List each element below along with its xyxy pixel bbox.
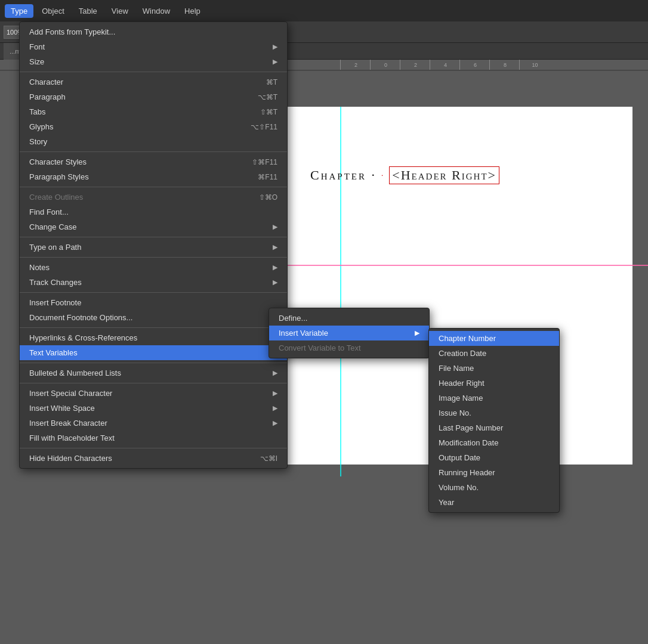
menu-header-right[interactable]: Header Right (429, 376, 559, 391)
menu-bulleted-lists[interactable]: Bulleted & Numbered Lists ▶ (20, 366, 287, 380)
divider-5 (20, 257, 287, 258)
menu-notes[interactable]: Notes ▶ (20, 260, 287, 275)
type-on-path-arrow: ▶ (273, 243, 277, 251)
menu-size[interactable]: Size ▶ (20, 54, 287, 69)
menu-insert-variable[interactable]: Insert Variable ▶ (269, 326, 429, 340)
guide-cyan (340, 107, 341, 476)
menu-find-font[interactable]: Find Font... (20, 205, 287, 219)
menu-insert-special[interactable]: Insert Special Character ▶ (20, 386, 287, 401)
menu-modification-date[interactable]: Modification Date (429, 435, 559, 450)
textvars-submenu: Define... Insert Variable ▶ Convert Vari… (269, 308, 430, 358)
ruler-mark-0: 0 (370, 60, 400, 70)
divider-6 (20, 292, 287, 293)
divider-7 (20, 327, 287, 328)
ruler-mark-6: 6 (459, 60, 489, 70)
menu-tabs[interactable]: Tabs ⇧⌘T (20, 104, 287, 119)
menu-define[interactable]: Define... (269, 311, 429, 326)
menu-text-variables[interactable]: Text Variables ▶ (20, 345, 287, 360)
paragraph-shortcut: ⌥⌘T (258, 93, 277, 101)
divider-2 (20, 151, 287, 152)
menu-hyperlinks[interactable]: Hyperlinks & Cross-References ▶ (20, 330, 287, 345)
menu-para-styles[interactable]: Paragraph Styles ⌘F11 (20, 169, 287, 184)
divider-4 (20, 237, 287, 237)
size-arrow: ▶ (273, 58, 277, 66)
dot-marker: · (381, 171, 384, 180)
track-changes-arrow: ▶ (273, 278, 277, 286)
hide-hidden-shortcut: ⌥⌘I (260, 454, 277, 463)
menu-window[interactable]: Window (137, 4, 176, 18)
menu-add-fonts[interactable]: Add Fonts from Typekit... (20, 24, 287, 39)
insert-special-arrow: ▶ (273, 389, 277, 397)
menu-insert-white-space[interactable]: Insert White Space ▶ (20, 401, 287, 416)
menu-creation-date[interactable]: Creation Date (429, 346, 559, 361)
divider-3 (20, 187, 287, 187)
notes-arrow: ▶ (273, 264, 277, 271)
header-right-variable: <Header Right> (389, 166, 499, 184)
char-styles-shortcut: ⇧⌘F11 (252, 158, 277, 166)
tabs-shortcut: ⇧⌘T (260, 108, 277, 116)
divider-1 (20, 72, 287, 72)
ruler-mark-8: 8 (489, 60, 519, 70)
insert-white-space-arrow: ▶ (273, 404, 277, 412)
menu-insert-footnote[interactable]: Insert Footnote (20, 295, 287, 310)
insert-break-arrow: ▶ (273, 419, 277, 427)
menu-type[interactable]: Type (5, 4, 33, 18)
divider-10 (20, 448, 287, 448)
chapter-text-area: Chapter · · <Header Right> (310, 166, 499, 184)
insertvars-submenu: Chapter Number Creation Date File Name H… (428, 328, 560, 513)
divider-9 (20, 383, 287, 383)
divider-8 (20, 363, 287, 363)
menu-image-name[interactable]: Image Name (429, 391, 559, 405)
menu-table[interactable]: Table (73, 4, 103, 18)
menu-issue-no[interactable]: Issue No. (429, 405, 559, 420)
menu-last-page-number[interactable]: Last Page Number (429, 420, 559, 435)
ruler-mark-2b: 2 (400, 60, 430, 70)
ruler-mark-10: 10 (519, 60, 549, 70)
ruler-mark-2: 2 (340, 60, 370, 70)
glyphs-shortcut: ⌥⇧F11 (251, 123, 277, 131)
menu-convert-to-text: Convert Variable to Text (269, 340, 429, 355)
menu-create-outlines: Create Outlines ⇧⌘O (20, 190, 287, 205)
guide-pink (286, 265, 648, 266)
menu-doc-footnote[interactable]: Document Footnote Options... (20, 310, 287, 325)
menu-story[interactable]: Story (20, 134, 287, 149)
menu-font[interactable]: Font ▶ (20, 39, 287, 54)
change-case-arrow: ▶ (273, 223, 277, 231)
character-shortcut: ⌘T (266, 78, 277, 86)
menu-hide-hidden[interactable]: Hide Hidden Characters ⌥⌘I (20, 451, 287, 466)
create-outlines-shortcut: ⇧⌘O (259, 193, 277, 202)
insert-variable-arrow: ▶ (415, 329, 419, 337)
font-arrow: ▶ (273, 43, 277, 51)
bulleted-arrow: ▶ (273, 369, 277, 377)
menu-char-styles[interactable]: Character Styles ⇧⌘F11 (20, 154, 287, 169)
menu-object[interactable]: Object (36, 4, 70, 18)
menu-insert-break[interactable]: Insert Break Character ▶ (20, 416, 287, 431)
menu-character[interactable]: Character ⌘T (20, 75, 287, 89)
menu-file-name[interactable]: File Name (429, 361, 559, 376)
type-menu: Add Fonts from Typekit... Font ▶ Size ▶ … (19, 21, 288, 469)
menu-view[interactable]: View (106, 4, 134, 18)
ruler-mark-4: 4 (430, 60, 459, 70)
menu-help[interactable]: Help (178, 4, 206, 18)
menu-track-changes[interactable]: Track Changes ▶ (20, 275, 287, 290)
menu-bar: Type Object Table View Window Help (0, 0, 648, 21)
menu-type-on-path[interactable]: Type on a Path ▶ (20, 240, 287, 255)
menu-paragraph[interactable]: Paragraph ⌥⌘T (20, 89, 287, 104)
menu-chapter-number[interactable]: Chapter Number (429, 331, 559, 346)
menu-year[interactable]: Year (429, 495, 559, 510)
menu-fill-placeholder[interactable]: Fill with Placeholder Text (20, 431, 287, 445)
chapter-label: Chapter · (310, 168, 377, 183)
menu-volume-no[interactable]: Volume No. (429, 480, 559, 495)
menu-output-date[interactable]: Output Date (429, 450, 559, 465)
para-styles-shortcut: ⌘F11 (258, 173, 277, 181)
menu-change-case[interactable]: Change Case ▶ (20, 219, 287, 234)
menu-running-header[interactable]: Running Header (429, 465, 559, 480)
menu-glyphs[interactable]: Glyphs ⌥⇧F11 (20, 119, 287, 134)
